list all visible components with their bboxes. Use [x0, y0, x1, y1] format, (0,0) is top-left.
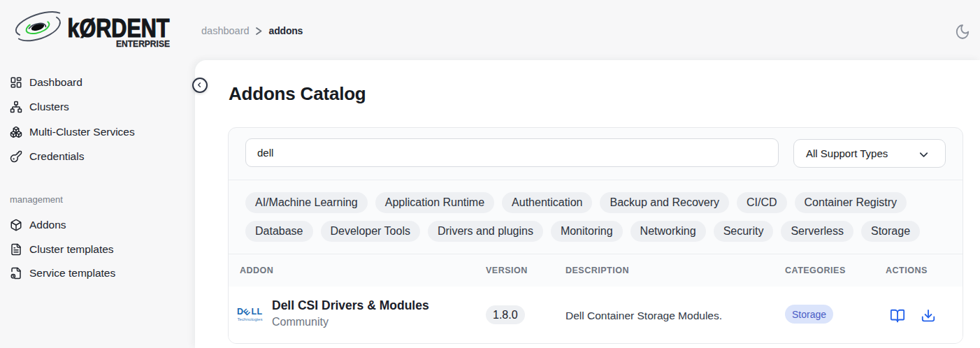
svg-text:LL: LL: [252, 307, 263, 317]
svg-text:ENTERPRISE: ENTERPRISE: [116, 39, 170, 49]
svg-text:kØRDENT: kØRDENT: [68, 14, 170, 43]
svg-text:Technologies: Technologies: [238, 317, 263, 321]
